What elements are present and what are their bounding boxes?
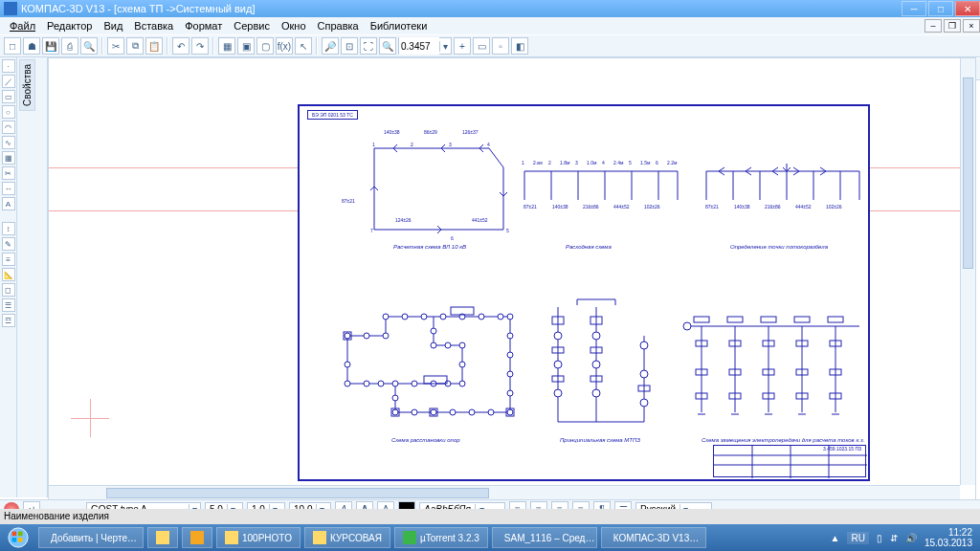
- task-utorrent[interactable]: µTorrent 3.2.3: [394, 527, 488, 548]
- zoom-out-button[interactable]: 🔍: [379, 37, 396, 55]
- svg-point-53: [469, 409, 475, 415]
- task-explorer[interactable]: [147, 527, 178, 548]
- tool-a[interactable]: ▢: [256, 37, 274, 55]
- zoom-window-button[interactable]: ⊡: [341, 37, 358, 55]
- toolbar-main: □ ☗ 💾 ⎙ 🔍 ✂ ⧉ 📋 ↶ ↷ ▦ ▣ ▢ f(x) ↖ 🔎 ⊡ ⛶ 🔍…: [0, 34, 980, 57]
- print-button[interactable]: ⎙: [61, 37, 78, 55]
- svg-point-124: [683, 322, 691, 330]
- menu-libraries[interactable]: Библиотеки: [365, 18, 434, 33]
- tab-spec-button[interactable]: ☰: [2, 298, 15, 312]
- geom-point-button[interactable]: ·: [2, 59, 15, 73]
- tool-b[interactable]: +: [454, 37, 471, 55]
- caption-top-mid: Расходная схема: [566, 244, 612, 250]
- tray-network-icon[interactable]: ⇵: [890, 533, 898, 543]
- menu-view[interactable]: Вид: [98, 18, 128, 33]
- tab-select-button[interactable]: ◻: [2, 283, 15, 297]
- geom-hatch-button[interactable]: ▦: [2, 151, 15, 165]
- diagram-bot-left: [338, 298, 529, 431]
- task-chrome[interactable]: Добавить | Черте…: [38, 527, 144, 548]
- zoom-value[interactable]: [399, 37, 439, 55]
- geom-line-button[interactable]: ／: [2, 75, 15, 88]
- mdi-restore-button[interactable]: ❐: [944, 19, 961, 33]
- geom-circle-button[interactable]: ○: [2, 105, 15, 119]
- drawing-area[interactable]: БЭ ЭП 0201 53 ТС 1234 567 140±38 86±29 1…: [48, 57, 976, 501]
- geom-text-button[interactable]: A: [2, 197, 15, 210]
- diagram-top-left: 1234 567: [355, 129, 518, 244]
- minimize-button[interactable]: ─: [902, 1, 926, 16]
- close-button[interactable]: ✕: [955, 1, 980, 16]
- tray-arrow-icon[interactable]: ▲: [831, 533, 840, 543]
- sheet-code: БЭ ЭП 0201 53 ТС: [307, 110, 358, 120]
- task-aimp[interactable]: [182, 527, 212, 548]
- copy-button[interactable]: ⧉: [126, 37, 144, 55]
- task-sam1116[interactable]: SAM_1116 – Сред…: [492, 527, 597, 548]
- open-button[interactable]: ☗: [23, 37, 40, 55]
- diagram-bot-mid: [539, 298, 673, 431]
- menu-edit[interactable]: Редактор: [41, 18, 98, 33]
- svg-point-68: [459, 381, 465, 386]
- new-button[interactable]: □: [4, 37, 21, 55]
- tray-lang[interactable]: RU: [847, 532, 868, 544]
- svg-point-87: [554, 361, 562, 368]
- tray-battery-icon[interactable]: ▯: [877, 533, 882, 543]
- tab-sizes-button[interactable]: ↕: [2, 222, 15, 235]
- svg-rect-121: [761, 317, 776, 322]
- tab-param-button[interactable]: ≡: [2, 253, 15, 266]
- zoom-in-button[interactable]: 🔎: [322, 37, 339, 55]
- tool-e[interactable]: ◧: [511, 37, 528, 55]
- preview-button[interactable]: 🔍: [80, 37, 98, 55]
- title-block: 3.459.1023.15 ПЗ: [713, 445, 866, 477]
- geom-rect-button[interactable]: ▭: [2, 90, 15, 103]
- menu-file[interactable]: Файл: [4, 18, 41, 33]
- geom-arc-button[interactable]: ◠: [2, 121, 15, 134]
- svg-point-64: [431, 342, 436, 348]
- menu-bar: Файл Редактор Вид Вставка Формат Сервис …: [0, 17, 980, 34]
- tab-measure-button[interactable]: 📐: [2, 268, 15, 281]
- grid-button[interactable]: ▦: [218, 37, 235, 55]
- zoom-dropdown[interactable]: ▾: [439, 41, 451, 52]
- scrollbar-horizontal[interactable]: [49, 485, 960, 500]
- paste-button[interactable]: 📋: [145, 37, 163, 55]
- zoom-fit-button[interactable]: ⛶: [360, 37, 377, 55]
- geom-spline-button[interactable]: ∿: [2, 136, 15, 149]
- save-button[interactable]: 💾: [42, 37, 59, 55]
- mdi-minimize-button[interactable]: –: [924, 19, 942, 33]
- svg-point-63: [431, 328, 436, 334]
- mdi-close-button[interactable]: ×: [963, 19, 980, 33]
- start-button[interactable]: [2, 524, 34, 551]
- tool-d[interactable]: ▫: [492, 37, 509, 55]
- task-kompas[interactable]: КОМПАС-3D V13…: [601, 527, 706, 548]
- svg-point-84: [554, 332, 562, 340]
- titleblock-code: 3.459.1023.15 ПЗ: [823, 446, 861, 452]
- menu-window[interactable]: Окно: [276, 18, 312, 33]
- geom-trim-button[interactable]: ✂: [2, 166, 15, 180]
- caption-bot-mid: Принципиальная схема МТПЗ: [560, 437, 640, 443]
- svg-line-7: [503, 192, 507, 196]
- menu-help[interactable]: Справка: [312, 18, 365, 33]
- undo-button[interactable]: ↶: [172, 37, 189, 55]
- geom-dim-button[interactable]: ↔: [2, 182, 15, 195]
- tool-c[interactable]: ▭: [473, 37, 490, 55]
- cut-button[interactable]: ✂: [107, 37, 124, 55]
- system-tray: ▲ RU ▯ ⇵ 🔊 11:2215.03.2013: [831, 527, 978, 548]
- scrollbar-vertical[interactable]: [960, 58, 975, 485]
- diagram-bot-right: [682, 298, 864, 431]
- snap-button[interactable]: ▣: [237, 37, 255, 55]
- menu-insert[interactable]: Вставка: [128, 18, 179, 33]
- menu-format[interactable]: Формат: [179, 18, 228, 33]
- svg-point-89: [640, 370, 648, 378]
- task-folder-100photo[interactable]: 100PHOTO: [216, 527, 301, 548]
- maximize-button[interactable]: □: [928, 1, 953, 16]
- tool-fx[interactable]: f(x): [276, 37, 293, 55]
- compact-tab[interactable]: Свойства: [19, 59, 35, 111]
- redo-button[interactable]: ↷: [191, 37, 209, 55]
- tray-clock[interactable]: 11:2215.03.2013: [924, 527, 972, 548]
- tab-edit-button[interactable]: ✎: [2, 237, 15, 251]
- tray-sound-icon[interactable]: 🔊: [905, 533, 917, 543]
- svg-line-6: [500, 192, 503, 196]
- menu-service[interactable]: Сервис: [228, 18, 276, 33]
- tab-report-button[interactable]: ☲: [2, 314, 15, 327]
- task-folder-kursovaya[interactable]: КУРСОВАЯ: [304, 527, 390, 548]
- svg-line-3: [441, 148, 445, 152]
- cursor-button[interactable]: ↖: [295, 37, 312, 55]
